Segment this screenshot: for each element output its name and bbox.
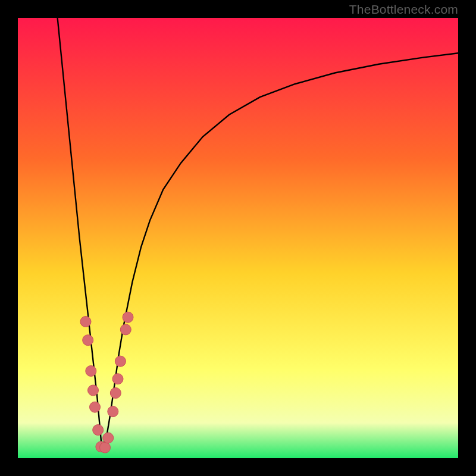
curve-marker bbox=[90, 402, 101, 412]
curve-marker bbox=[93, 425, 104, 436]
chart-frame: TheBottleneck.com bbox=[0, 0, 476, 476]
curve-marker bbox=[88, 385, 99, 396]
curve-marker bbox=[120, 324, 131, 335]
chart-svg bbox=[18, 18, 458, 458]
curve-marker bbox=[103, 433, 114, 443]
curve-marker bbox=[108, 406, 118, 417]
curve-marker bbox=[123, 312, 133, 322]
curve-marker bbox=[110, 388, 121, 399]
watermark-text: TheBottleneck.com bbox=[349, 2, 458, 17]
curve-marker bbox=[83, 335, 93, 346]
curve-marker bbox=[100, 442, 111, 453]
curve-marker bbox=[80, 317, 91, 327]
curve-marker bbox=[115, 356, 126, 367]
gradient-background bbox=[18, 18, 458, 458]
plot-area bbox=[18, 18, 458, 458]
curve-marker bbox=[112, 374, 123, 384]
curve-marker bbox=[86, 366, 96, 377]
